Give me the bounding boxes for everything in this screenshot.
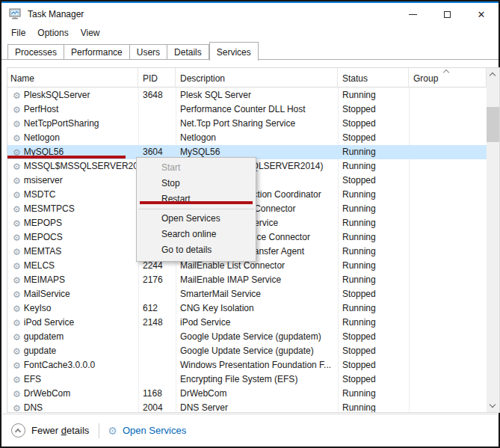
tab-services[interactable]: Services (209, 42, 259, 61)
service-description: Windows Presentation Foundation F... (176, 358, 338, 372)
service-name-cell: ⚙MEMTAS (7, 245, 138, 259)
fewer-details-text: Fewer (31, 425, 61, 436)
service-row-ipod-service[interactable]: ⚙iPod Service2148iPod ServiceRunning (7, 316, 487, 330)
close-icon: ✕ (478, 10, 486, 19)
service-group (409, 316, 487, 330)
menubar-item-view[interactable]: View (75, 26, 106, 40)
service-row-gupdatem[interactable]: ⚙gupdatemGoogle Update Service (gupdatem… (7, 330, 487, 344)
service-group (409, 372, 487, 387)
service-group (409, 117, 487, 131)
tab-details[interactable]: Details (167, 44, 209, 60)
context-menu-item-open-services[interactable]: Open Services (137, 211, 256, 227)
service-name: DrWebCom (24, 387, 70, 401)
task-manager-window: Task Manager ✕ FileOptionsView Processes… (0, 0, 500, 448)
service-group (409, 174, 487, 188)
scroll-up-arrow-icon[interactable] (487, 68, 499, 81)
service-description: CNG Key Isolation (176, 301, 338, 316)
column-header-group[interactable]: Group (409, 68, 487, 88)
service-gear-icon: ⚙ (13, 134, 21, 143)
fewer-details-toggle[interactable]: Fewer details (31, 425, 89, 436)
scrollbar-thumb[interactable] (487, 107, 499, 142)
service-status: Running (338, 88, 409, 102)
tab-performance[interactable]: Performance (64, 44, 130, 60)
footer-divider (99, 423, 99, 438)
service-row-keyiso[interactable]: ⚙KeyIso612CNG Key IsolationRunning (7, 301, 487, 316)
service-status: Stopped (338, 131, 409, 145)
service-row-nettcpportsharing[interactable]: ⚙NetTcpPortSharingNet.Tcp Port Sharing S… (7, 117, 487, 131)
service-group (409, 159, 487, 174)
service-status: Running (338, 159, 409, 174)
service-name: PleskSQLServer (24, 88, 90, 102)
service-gear-icon: ⚙ (13, 219, 21, 228)
service-row-meimaps[interactable]: ⚙MEIMAPS2176MailEnable IMAP ServiceRunni… (7, 273, 487, 287)
service-name-cell: ⚙DrWebCom (7, 387, 138, 401)
context-menu-item-stop[interactable]: Stop (137, 176, 256, 191)
column-header-description[interactable]: Description (176, 68, 338, 88)
context-menu-item-start: Start (137, 160, 256, 176)
service-gear-icon: ⚙ (13, 390, 21, 399)
titlebar[interactable]: Task Manager ✕ (1, 3, 499, 25)
minimize-button[interactable] (395, 3, 430, 25)
window-controls: ✕ (395, 3, 499, 25)
service-row-mailservice[interactable]: ⚙MailServiceSmarterMail ServiceStopped (7, 287, 487, 301)
context-menu-item-restart[interactable]: Restart (137, 191, 256, 207)
service-status: Running (338, 387, 409, 401)
menubar-item-file[interactable]: File (5, 26, 31, 40)
service-description: MailEnable IMAP Service (176, 273, 338, 287)
service-status: Running (338, 273, 409, 287)
service-name: MEPOPS (24, 216, 62, 230)
service-pid (138, 358, 176, 372)
service-row-drwebcom[interactable]: ⚙DrWebCom1168DrWebComRunning (7, 387, 487, 401)
service-row-perfhost[interactable]: ⚙PerfHostPerformance Counter DLL HostSto… (7, 102, 487, 117)
service-row-dns[interactable]: ⚙DNS2004DNS ServerRunning (7, 401, 487, 412)
vertical-scrollbar[interactable] (487, 68, 499, 412)
column-header-pid[interactable]: PID (138, 68, 176, 88)
service-name-cell: ⚙KeyIso (7, 301, 138, 316)
tab-users[interactable]: Users (130, 44, 167, 60)
service-name-cell: ⚙iPod Service (7, 316, 138, 330)
open-services-link[interactable]: Open Services (123, 425, 186, 436)
service-name: KeyIso (24, 301, 52, 316)
maximize-button[interactable] (430, 3, 464, 25)
fewer-details-text: etails (67, 425, 89, 436)
service-row-efs[interactable]: ⚙EFSEncrypting File System (EFS)Stopped (7, 372, 487, 387)
service-name: MailService (24, 287, 70, 301)
column-header-status[interactable]: Status (338, 68, 409, 88)
chevron-up-circle-icon[interactable] (11, 423, 25, 438)
service-pid (138, 117, 176, 131)
service-name: iPod Service (24, 316, 74, 330)
service-pid: 2004 (138, 401, 176, 412)
service-group (409, 145, 487, 159)
context-menu-item-search-online[interactable]: Search online (137, 227, 256, 242)
service-status: Stopped (338, 287, 409, 301)
service-row-netlogon[interactable]: ⚙NetlogonNetlogonStopped (7, 131, 487, 145)
context-menu-item-go-to-details[interactable]: Go to details (137, 242, 256, 258)
service-description: Google Update Service (gupdatem) (176, 330, 338, 344)
service-gear-icon: ⚙ (13, 233, 21, 242)
service-name: MEIMAPS (24, 273, 65, 287)
service-pid: 2148 (138, 316, 176, 330)
open-services-gear-icon: ⚙ (108, 426, 117, 436)
service-gear-icon: ⚙ (13, 375, 21, 384)
column-header-name[interactable]: Name (7, 68, 138, 88)
service-row-gupdate[interactable]: ⚙gupdateGoogle Update Service (gupdate)S… (7, 344, 487, 358)
service-group (409, 216, 487, 230)
service-name: Netlogon (24, 131, 60, 145)
close-button[interactable]: ✕ (464, 3, 499, 25)
service-name: MSDTC (24, 188, 56, 202)
tab-processes[interactable]: Processes (7, 44, 64, 60)
service-status: Running (338, 316, 409, 330)
service-row-plesksqlserver[interactable]: ⚙PleskSQLServer3648Plesk SQL ServerRunni… (7, 88, 487, 102)
service-row-fontcache3-0-0-0[interactable]: ⚙FontCache3.0.0.0Windows Presentation Fo… (7, 358, 487, 372)
service-name: MEMTAS (24, 245, 61, 259)
scroll-down-arrow-icon[interactable] (487, 399, 499, 412)
service-group (409, 245, 487, 259)
service-group (409, 259, 487, 273)
service-name: EFS (24, 372, 41, 387)
service-pid: 3648 (138, 88, 176, 102)
service-status: Running (338, 259, 409, 273)
sort-ascending-icon (444, 69, 449, 74)
menubar-item-options[interactable]: Options (31, 26, 74, 40)
service-gear-icon: ⚙ (13, 319, 21, 328)
service-status: Stopped (338, 174, 409, 188)
